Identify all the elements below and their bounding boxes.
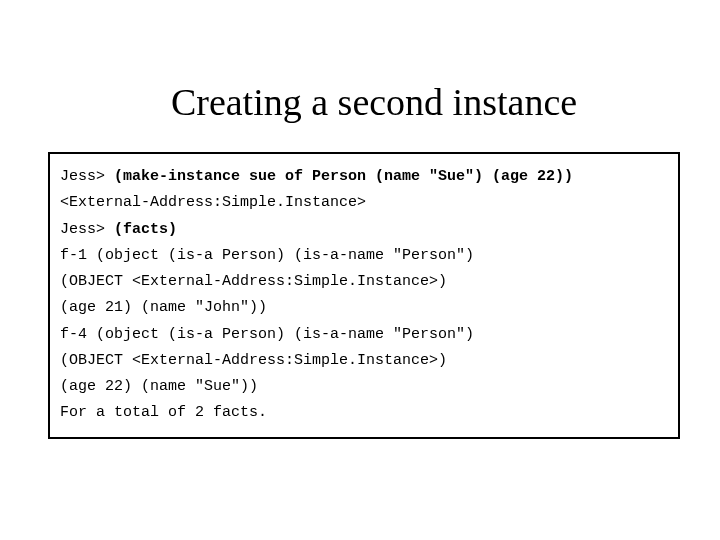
code-line-10: For a total of 2 facts. <box>60 400 668 426</box>
prompt: Jess> <box>60 221 114 238</box>
prompt: Jess> <box>60 168 114 185</box>
code-line-1: Jess> (make-instance sue of Person (name… <box>60 164 668 190</box>
code-line-8: (OBJECT <External-Address:Simple.Instanc… <box>60 348 668 374</box>
code-line-5: (OBJECT <External-Address:Simple.Instanc… <box>60 269 668 295</box>
command: (make-instance sue of Person (name "Sue"… <box>114 168 573 185</box>
code-line-9: (age 22) (name "Sue")) <box>60 374 668 400</box>
code-line-3: Jess> (facts) <box>60 217 668 243</box>
code-line-4: f-1 (object (is-a Person) (is-a-name "Pe… <box>60 243 668 269</box>
code-line-7: f-4 (object (is-a Person) (is-a-name "Pe… <box>60 322 668 348</box>
command: (facts) <box>114 221 177 238</box>
slide-title: Creating a second instance <box>48 80 680 124</box>
code-line-6: (age 21) (name "John")) <box>60 295 668 321</box>
code-box: Jess> (make-instance sue of Person (name… <box>48 152 680 439</box>
code-line-2: <External-Address:Simple.Instance> <box>60 190 668 216</box>
